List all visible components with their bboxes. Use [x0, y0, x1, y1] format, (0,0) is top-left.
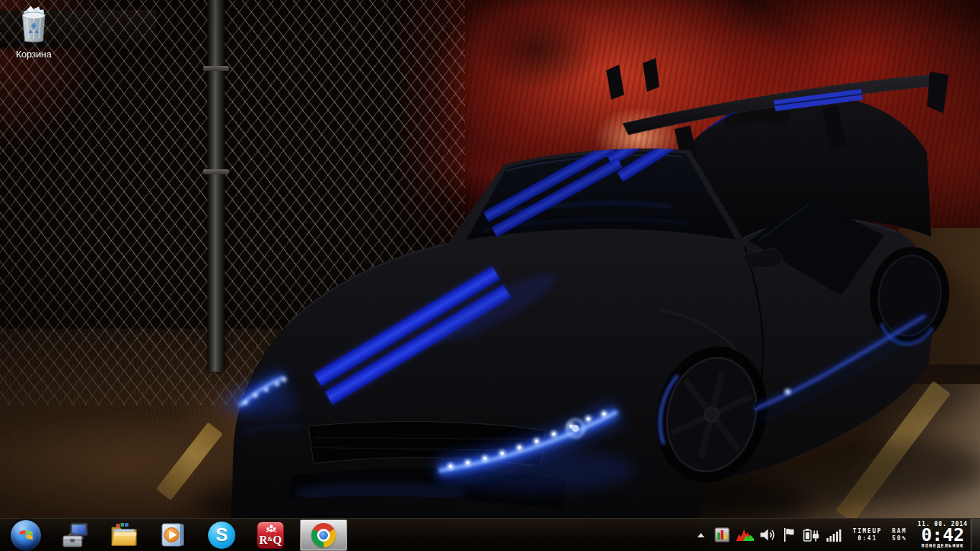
desktop-screen: Корзина — [0, 0, 980, 551]
ram-value: 50% — [892, 535, 907, 542]
start-button[interactable] — [10, 519, 42, 551]
system-tray: TIMEUP 0:41 RAM 50% 11. 08. 2014 0:42 ПО… — [697, 519, 980, 551]
taskbar-app-chrome-active[interactable] — [300, 519, 347, 551]
power-plug-icon — [802, 528, 820, 542]
taskbar-app-media-player[interactable] — [158, 519, 188, 551]
sports-car-wallpaper — [0, 0, 980, 518]
clock-weekday: ПОНЕДЕЛЬНИК — [918, 543, 968, 550]
tray-network-traffic[interactable] — [736, 529, 754, 541]
network-traffic-icon — [736, 529, 754, 541]
taskbar-app-file-explorer[interactable] — [109, 519, 139, 551]
recycle-bin-full-icon — [13, 3, 55, 44]
ram-label: RAM — [892, 528, 907, 535]
timeup-label: TIMEUP — [853, 528, 882, 535]
tray-volume[interactable] — [760, 528, 777, 542]
skype-circle-icon: S — [208, 522, 235, 549]
chrome-logo-icon — [311, 523, 336, 547]
rnq-flower-icon — [258, 524, 285, 534]
folder-icon — [110, 521, 138, 550]
windows-orb-icon — [18, 527, 34, 544]
rnq-badge-icon: R&Q — [257, 522, 284, 549]
skype-letter: S — [216, 526, 228, 544]
taskbar: S R&Q — [0, 518, 980, 551]
action-center-flag-icon — [783, 528, 796, 542]
signal-strength-icon — [826, 529, 842, 542]
rnq-letters: R&Q — [258, 533, 283, 546]
tray-resource-monitor[interactable] — [715, 527, 730, 542]
tray-ram-meter[interactable]: RAM 50% — [892, 528, 907, 542]
tray-network-signal[interactable] — [826, 529, 842, 542]
taskbar-app-skype[interactable]: S — [207, 519, 237, 551]
timeup-value: 0:41 — [853, 535, 882, 542]
volume-icon — [760, 528, 777, 542]
tray-action-center[interactable] — [783, 528, 796, 542]
taskbar-app-rnq-messenger[interactable]: R&Q — [255, 519, 286, 551]
taskbar-app-system-tools[interactable] — [60, 519, 90, 551]
recycle-bin-label: Корзина — [6, 49, 62, 60]
resource-monitor-icon — [715, 527, 730, 542]
recycle-bin-shortcut[interactable]: Корзина — [6, 3, 62, 60]
show-hidden-icons-arrow[interactable] — [697, 533, 705, 537]
play-box-icon — [159, 521, 187, 550]
show-desktop-button[interactable] — [971, 519, 980, 551]
tray-power[interactable] — [802, 528, 820, 542]
tray-clock[interactable]: 11. 08. 2014 0:42 ПОНЕДЕЛЬНИК — [918, 521, 968, 550]
tray-timeup-meter[interactable]: TIMEUP 0:41 — [853, 528, 882, 542]
clock-time: 0:42 — [918, 527, 968, 543]
computer-toolbox-icon — [61, 521, 90, 550]
wallpaper — [0, 0, 980, 551]
